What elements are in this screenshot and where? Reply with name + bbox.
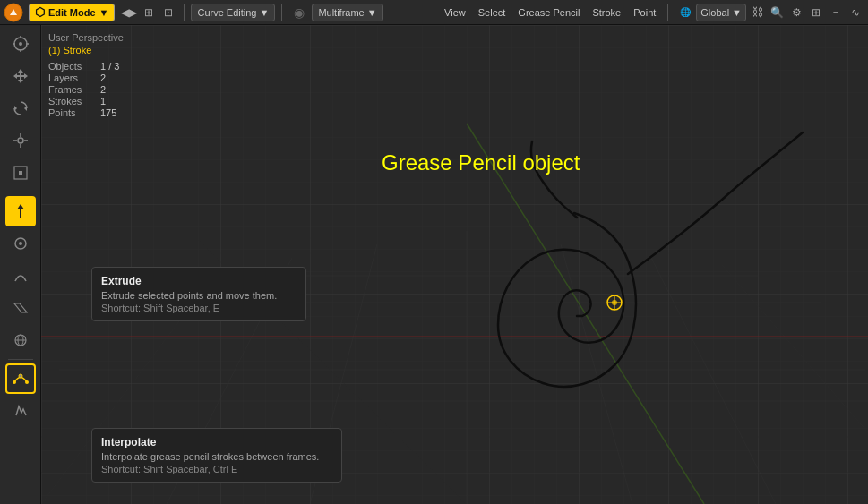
tooltip-extrude-desc: Extrude selected points and move them. (101, 290, 296, 301)
multiframe-dropdown[interactable]: Multiframe ▼ (312, 4, 382, 21)
svg-point-2 (19, 42, 22, 46)
curve-editing-label: Curve Editing (197, 7, 256, 18)
menu-select[interactable]: Select (473, 5, 511, 20)
scale-tool-btn[interactable] (5, 125, 36, 156)
separator-2 (281, 4, 282, 21)
menu-point[interactable]: Point (628, 5, 661, 20)
viewport-subtitle: (1) Stroke (48, 45, 124, 56)
separator-1 (184, 4, 185, 21)
svg-point-24 (19, 374, 22, 378)
tooltip-extrude-title: Extrude (101, 275, 296, 287)
global-icon[interactable]: 🌐 (676, 4, 694, 21)
menu-items: View Select Grease Pencil Stroke Point (439, 5, 661, 20)
draw-tool-btn[interactable] (5, 396, 36, 426)
svg-point-23 (25, 380, 29, 384)
menu-grease-pencil[interactable]: Grease Pencil (512, 5, 585, 20)
svg-point-9 (18, 138, 23, 143)
settings-icon[interactable]: ⚙ (787, 4, 805, 21)
menu-stroke[interactable]: Stroke (587, 5, 626, 20)
toolbar-icon-1[interactable]: ◀▶ (120, 4, 138, 21)
toolbar-icon-2[interactable]: ⊞ (140, 4, 158, 21)
viewport-title: User Perspective (48, 32, 124, 43)
stat-points: Points 175 (48, 107, 124, 118)
svg-point-22 (13, 380, 16, 384)
svg-marker-7 (24, 106, 27, 111)
cursor-tool-btn[interactable] (5, 29, 36, 59)
tooltip-extrude-shortcut: Shortcut: Shift Spacebar, E (101, 303, 296, 313)
tooltip-interpolate-desc: Interpolate grease pencil strokes betwee… (101, 451, 332, 462)
global-dropdown[interactable]: Global ▼ (696, 4, 746, 21)
tooltip-interpolate: Interpolate Interpolate grease pencil st… (91, 428, 342, 483)
viewport-info: User Perspective (1) Stroke Objects 1 / … (48, 32, 124, 118)
viewport-stats: Objects 1 / 3 Layers 2 Frames 2 Strokes … (48, 61, 124, 118)
tooltip-interpolate-shortcut: Shortcut: Shift Spacebar, Ctrl E (101, 464, 332, 474)
minus-icon[interactable]: － (827, 4, 845, 21)
svg-point-17 (19, 242, 22, 245)
stat-layers: Layers 2 (48, 73, 124, 83)
sidebar-sep-2 (8, 359, 33, 360)
move-tool-btn[interactable] (5, 61, 36, 91)
svg-marker-18 (14, 303, 27, 312)
wave-icon[interactable]: ∿ (847, 4, 864, 21)
toolbar-icons-group2: ◉ (290, 4, 308, 21)
menu-view[interactable]: View (439, 5, 471, 20)
left-sidebar (0, 25, 41, 504)
proportional-icon[interactable]: ◉ (290, 4, 308, 21)
global-label: Global (700, 7, 729, 18)
sidebar-sep-1 (8, 192, 33, 192)
radius-tool-btn[interactable] (5, 228, 36, 259)
curve-editing-arrow: ▼ (260, 7, 270, 18)
stat-frames: Frames 2 (48, 84, 124, 95)
toolbar-icons-group1: ◀▶ ⊞ ⊡ (120, 4, 177, 21)
svg-marker-8 (14, 106, 17, 111)
to-sphere-btn[interactable] (5, 325, 36, 355)
link-icon[interactable]: ⛓ (748, 4, 766, 21)
multiframe-arrow: ▼ (367, 7, 377, 18)
app-logo (4, 3, 23, 22)
mode-dropdown[interactable]: ⬡ Edit Mode ▼ (29, 4, 115, 21)
stat-strokes: Strokes 1 (48, 96, 124, 107)
svg-rect-15 (19, 171, 22, 175)
rotate-tool-btn[interactable] (5, 93, 36, 124)
main-area: User Perspective (1) Stroke Objects 1 / … (0, 25, 868, 504)
search-icon[interactable]: 🔍 (768, 4, 786, 21)
tooltip-extrude: Extrude Extrude selected points and move… (91, 267, 306, 321)
stat-objects: Objects 1 / 3 (48, 61, 124, 72)
toolbar-icon-3[interactable]: ⊡ (159, 4, 177, 21)
mode-label: Edit Mode (48, 7, 96, 18)
shear-tool-btn[interactable] (5, 293, 36, 323)
bend-tool-btn[interactable] (5, 261, 36, 291)
separator-3 (667, 4, 668, 21)
tooltip-interpolate-title: Interpolate (101, 436, 332, 448)
toolbar-icons-right: 🌐 Global ▼ ⛓ 🔍 ⚙ ⊞ － ∿ (676, 4, 864, 21)
curve-editing-dropdown[interactable]: Curve Editing ▼ (191, 4, 275, 21)
mode-dropdown-arrow: ▼ (99, 7, 109, 18)
top-toolbar: ⬡ Edit Mode ▼ ◀▶ ⊞ ⊡ Curve Editing ▼ ◉ M… (0, 0, 868, 25)
grid-view-icon[interactable]: ⊞ (807, 4, 825, 21)
extrude-tool-btn[interactable] (5, 196, 36, 226)
transform-tool-btn[interactable] (5, 158, 36, 188)
multiframe-label: Multiframe (318, 7, 364, 18)
viewport[interactable]: User Perspective (1) Stroke Objects 1 / … (41, 25, 868, 504)
interpolate-tool-btn[interactable] (5, 363, 36, 394)
